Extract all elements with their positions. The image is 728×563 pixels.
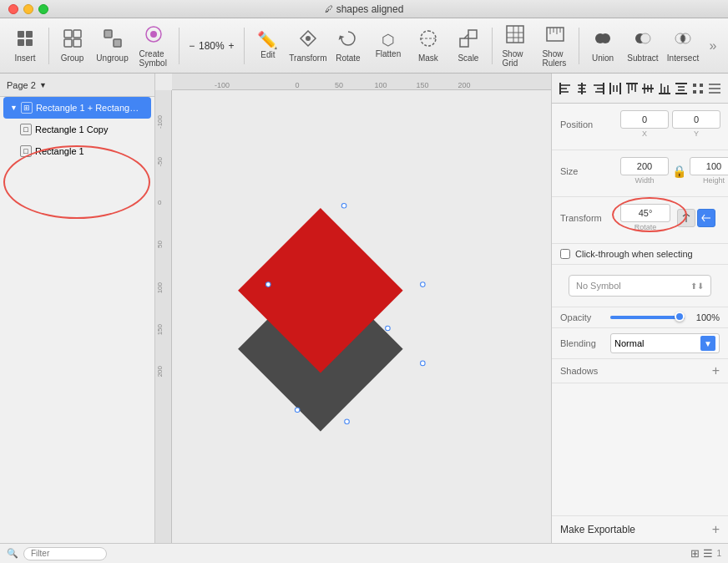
rotate-input[interactable] — [620, 204, 670, 222]
mask-button[interactable]: Mask — [410, 23, 447, 68]
alignment-bar — [552, 74, 728, 104]
create-symbol-button[interactable]: Create Symbol — [134, 23, 174, 68]
click-through-checkbox[interactable] — [560, 249, 570, 259]
show-grid-button[interactable]: Show Grid — [497, 23, 533, 68]
flip-vertical-button[interactable] — [697, 209, 715, 227]
union-button[interactable]: Union — [584, 23, 621, 68]
transform-label: Transform — [560, 213, 617, 223]
shapes-canvas — [172, 90, 551, 543]
show-rulers-button[interactable]: Show Rulers — [537, 23, 574, 68]
right-panel: Position X Y Size — [551, 74, 728, 543]
opacity-track — [610, 316, 685, 319]
transform-button[interactable]: Transform — [290, 23, 326, 68]
layer-name-rect-copy: Rectangle 1 Copy — [35, 124, 148, 134]
layer-item-rect-copy[interactable]: □ Rectangle 1 Copy — [0, 119, 154, 140]
insert-button[interactable]: Insert — [7, 23, 43, 68]
intersect-button[interactable]: Intersect — [665, 23, 701, 68]
position-x-item: X — [620, 110, 669, 138]
size-lock-icon[interactable]: 🔒 — [672, 165, 686, 178]
svg-point-12 — [306, 36, 311, 41]
position-y-label: Y — [694, 129, 699, 138]
list-view-icon[interactable]: ☰ — [703, 547, 713, 560]
ruler-mark: 200 — [458, 81, 470, 89]
align-top-button[interactable] — [624, 79, 640, 98]
insert-icon — [15, 28, 35, 52]
expand-arrow: ▼ — [10, 104, 18, 112]
align-right-button[interactable] — [590, 79, 607, 98]
svg-rect-16 — [468, 30, 477, 38]
more-button[interactable]: » — [705, 23, 721, 68]
svg-rect-54 — [597, 88, 604, 89]
transform-icon — [298, 28, 318, 52]
show-rulers-icon — [545, 24, 565, 48]
canvas-area[interactable]: -100 0 50 100 150 200 -100 -50 0 50 100 … — [155, 74, 551, 543]
opacity-slider[interactable] — [610, 315, 685, 320]
minimize-button[interactable] — [23, 4, 33, 14]
svg-rect-76 — [678, 89, 685, 91]
page-header[interactable]: Page 2 ▼ — [0, 74, 154, 97]
subtract-button[interactable]: Subtract — [624, 23, 661, 68]
svg-rect-56 — [603, 83, 604, 94]
blending-row: Blending Normal ▼ — [552, 328, 728, 359]
blending-label: Blending — [560, 338, 605, 348]
align-left-button[interactable] — [557, 79, 574, 98]
position-x-input[interactable] — [620, 110, 669, 129]
zoom-display[interactable]: − 180% + — [184, 40, 239, 52]
size-width-input[interactable] — [620, 157, 669, 175]
align-bottom-button[interactable] — [656, 79, 673, 98]
edit-button[interactable]: ✏️ Edit — [250, 23, 286, 68]
mask-label: Mask — [418, 53, 438, 63]
symbol-value: No Symbol — [576, 281, 621, 291]
svg-rect-18 — [507, 26, 523, 43]
position-y-input[interactable] — [672, 110, 720, 129]
rotate-button[interactable]: Rotate — [330, 23, 367, 68]
add-exportable-button[interactable]: + — [712, 523, 720, 536]
maximize-button[interactable] — [38, 4, 48, 14]
flatten-button[interactable]: ⬡ Flatten — [370, 23, 407, 68]
zoom-minus[interactable]: − — [189, 40, 195, 52]
window-controls — [0, 4, 48, 14]
svg-rect-80 — [700, 90, 703, 94]
align-center-h-button[interactable] — [574, 79, 590, 98]
svg-rect-72 — [659, 93, 670, 94]
more-align-button[interactable] — [706, 79, 723, 98]
align-middle-button[interactable] — [640, 79, 657, 98]
document-icon: 🖊 — [325, 4, 333, 13]
svg-point-41 — [386, 326, 391, 331]
ungroup-button[interactable]: Ungroup — [94, 23, 131, 68]
distribute-h-button[interactable] — [607, 79, 624, 98]
sidebar: Page 2 ▼ ▼ ⊞ Rectangle 1 + Rectang… □ Re… — [0, 74, 155, 543]
edit-icon: ✏️ — [257, 32, 278, 48]
ungroup-label: Ungroup — [96, 53, 128, 63]
canvas-content[interactable] — [172, 90, 551, 543]
add-shadow-button[interactable]: + — [712, 364, 720, 378]
opacity-value: 100% — [690, 312, 720, 322]
layer-name-group: Rectangle 1 + Rectang… — [36, 103, 144, 113]
layer-item-group[interactable]: ▼ ⊞ Rectangle 1 + Rectang… — [3, 97, 151, 119]
layer-item-rect[interactable]: □ Rectangle 1 — [0, 140, 154, 162]
size-height-input[interactable] — [690, 157, 728, 175]
opacity-row: Opacity 100% — [552, 307, 728, 328]
filter-input[interactable] — [23, 547, 107, 560]
ruler-mark-v: 50 — [156, 241, 164, 248]
flip-horizontal-button[interactable] — [677, 209, 695, 227]
svg-rect-59 — [613, 85, 614, 92]
scale-icon — [458, 28, 478, 52]
scale-button[interactable]: Scale — [450, 23, 487, 68]
position-inputs: X Y — [620, 110, 720, 138]
ruler-vertical: -100 -50 0 50 100 150 200 — [155, 90, 172, 543]
close-button[interactable] — [8, 4, 18, 14]
opacity-thumb[interactable] — [675, 312, 685, 322]
svg-rect-73 — [675, 83, 687, 84]
position-y-item: Y — [672, 110, 720, 138]
zoom-plus[interactable]: + — [228, 40, 234, 52]
tidy-up-button[interactable] — [690, 79, 706, 98]
main-layout: Page 2 ▼ ▼ ⊞ Rectangle 1 + Rectang… □ Re… — [0, 74, 728, 543]
exportable-section: Make Exportable + — [552, 515, 728, 543]
symbol-dropdown[interactable]: No Symbol ⬆⬇ — [569, 275, 711, 297]
group-button[interactable]: Group — [54, 23, 91, 68]
svg-rect-6 — [64, 39, 72, 47]
blending-dropdown[interactable]: Normal ▼ — [610, 333, 720, 353]
distribute-v-button[interactable] — [673, 79, 690, 98]
grid-view-icon[interactable]: ⊞ — [690, 547, 700, 560]
